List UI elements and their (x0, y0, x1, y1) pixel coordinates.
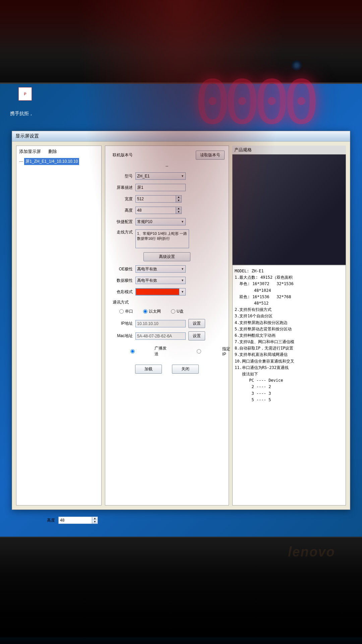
chevron-down-icon: ▼ (181, 267, 184, 271)
data-value: 高电平有效 (137, 278, 157, 283)
usb-radio[interactable]: U盘 (171, 309, 184, 314)
width-spinner[interactable]: ▲ ▼ (135, 195, 182, 203)
serial-label: 串口 (125, 309, 133, 314)
spec-text: MODEL: ZH-E1 1.最大点数: 49152（双色面积 单色: 16*3… (232, 265, 346, 505)
quick-config-label: 快捷配置 (109, 219, 133, 225)
advanced-settings-button[interactable]: 高级设置 (143, 252, 190, 261)
add-screen-link[interactable]: 添加显示屏 (19, 149, 41, 154)
oe-polarity-label: OE极性 (109, 266, 133, 272)
chevron-down-icon: ▼ (181, 220, 184, 223)
spin-up-icon[interactable]: ▲ (176, 207, 181, 210)
model-select[interactable]: ZH_E1 ▼ (135, 172, 186, 180)
bg-height-input[interactable] (58, 517, 92, 524)
ip-label: IP地址 (109, 321, 133, 326)
tree-expander[interactable]: — (19, 159, 23, 164)
height-spinner[interactable]: ▲ ▼ (135, 207, 182, 214)
chevron-down-icon: ▼ (181, 174, 184, 178)
powerpoint-icon: P (18, 87, 32, 101)
version-label: 联机版本号 (109, 152, 133, 158)
load-button[interactable]: 加载 (135, 365, 162, 374)
spin-down-icon[interactable]: ▼ (176, 210, 181, 214)
laptop-brand: lenovo (288, 544, 335, 559)
desc-label: 屏幕描述 (109, 185, 133, 191)
dialog-titlebar[interactable]: 显示屏设置 (12, 131, 350, 142)
color-mode-label: 色彩模式 (109, 289, 133, 295)
screen-tree-item[interactable]: 屏1_ZH_E1_1/4_10.10.10.10 (24, 158, 79, 165)
data-polarity-label: 数据极性 (109, 278, 133, 283)
laptop-bezel-bottom: lenovo (0, 537, 362, 637)
close-button[interactable]: 关闭 (172, 365, 199, 374)
model-label: 型号 (109, 173, 133, 179)
desktop-caption: 携手抗拒， (10, 111, 34, 117)
desktop-shortcut[interactable]: P (17, 87, 34, 102)
spin-up-icon[interactable]: ▲ (176, 196, 181, 199)
spec-title: 产品规格 (232, 146, 346, 154)
spin-down-icon[interactable]: ▼ (92, 520, 98, 524)
data-polarity-select[interactable]: 高电平有效 ▼ (135, 277, 186, 284)
quick-config-value: 常规P10 (137, 219, 152, 225)
ethernet-label: 以太网 (149, 309, 161, 314)
bg-height-label: 高度 (47, 518, 55, 523)
ip-set-button[interactable]: 设置 (188, 319, 205, 328)
desc-input[interactable] (135, 184, 186, 191)
read-version-button[interactable]: 读取版本号 (196, 151, 225, 160)
color-mode-select[interactable]: ▼ (135, 288, 186, 296)
broadcast-label: 广播发送 (155, 345, 168, 357)
ethernet-radio[interactable]: 以太网 (143, 309, 161, 314)
routing-text: 1、常规P10 1/4扫 上蛇形 一路数据带16行 8列折行 (135, 229, 189, 248)
config-form-panel: 联机版本号 读取版本号 -- 型号 ZH_E1 ▼ 屏幕描述 (105, 146, 229, 505)
bg-height-spinner[interactable]: ▲ ▼ (58, 517, 98, 524)
serial-radio[interactable]: 串口 (119, 309, 133, 314)
mac-set-button[interactable]: 设置 (188, 331, 205, 340)
chevron-down-icon: ▼ (181, 279, 184, 282)
color-swatch (136, 288, 179, 295)
oe-value: 高电平有效 (137, 266, 157, 272)
specify-ip-label: 指定IP (222, 346, 233, 357)
quick-config-select[interactable]: 常规P10 ▼ (135, 218, 186, 225)
width-label: 宽度 (109, 196, 133, 202)
background-height-field: 高度 ▲ ▼ (47, 517, 98, 524)
mac-label: Mac地址 (109, 333, 133, 339)
height-label: 高度 (109, 208, 133, 213)
height-input[interactable] (135, 207, 176, 214)
spin-down-icon[interactable]: ▼ (176, 199, 181, 202)
mac-input[interactable] (135, 332, 186, 340)
desktop-area: 0000 P 携手抗拒， 显示屏设置 添加显示屏 删除 — 屏1_ZH_E1_1… (0, 84, 362, 537)
version-value: -- (166, 164, 168, 168)
specify-ip-radio[interactable]: 指定IP (177, 346, 233, 357)
routing-label: 走线方式 (109, 229, 133, 235)
spec-panel: 产品规格 MODEL: ZH-E1 1.最大点数: 49152（双色面积 单色:… (232, 146, 346, 505)
width-input[interactable] (135, 195, 176, 203)
comm-mode-radios: 串口 以太网 U盘 (119, 309, 225, 314)
broadcast-radio[interactable]: 广播发送 (112, 345, 168, 357)
chevron-down-icon: ▼ (181, 290, 185, 293)
delete-screen-link[interactable]: 删除 (48, 149, 57, 154)
oe-polarity-select[interactable]: 高电平有效 ▼ (135, 265, 186, 273)
usb-label: U盘 (177, 309, 184, 314)
display-settings-dialog: 显示屏设置 添加显示屏 删除 — 屏1_ZH_E1_1/4_10.10.10.1… (12, 131, 350, 510)
ip-input[interactable] (135, 320, 186, 327)
screen-list-panel: 添加显示屏 删除 — 屏1_ZH_E1_1/4_10.10.10.10 (16, 146, 102, 505)
preview-area (232, 154, 346, 265)
spin-up-icon[interactable]: ▲ (92, 517, 98, 520)
model-value: ZH_E1 (137, 174, 149, 178)
comm-section-title: 通讯方式 (113, 300, 225, 305)
